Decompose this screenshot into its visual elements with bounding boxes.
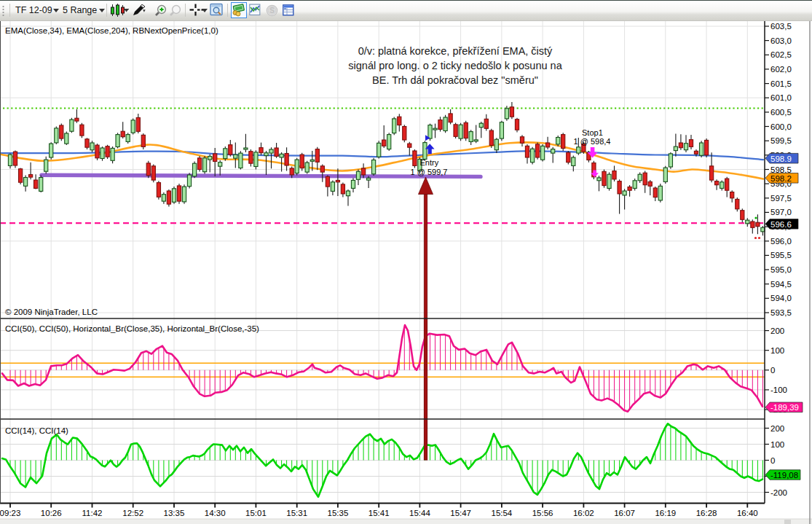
svg-text:© 2009 NinjaTrader, LLC: © 2009 NinjaTrader, LLC xyxy=(5,308,98,316)
svg-text:16:07: 16:07 xyxy=(614,509,635,517)
svg-text:595,5: 595,5 xyxy=(770,251,792,259)
svg-text:09:23: 09:23 xyxy=(0,509,20,517)
svg-text:598,5: 598,5 xyxy=(770,165,792,174)
svg-text:598.9: 598.9 xyxy=(770,155,792,163)
svg-text:14:30: 14:30 xyxy=(205,509,226,517)
svg-text:599,5: 599,5 xyxy=(770,136,792,145)
svg-text:-119,08: -119,08 xyxy=(770,471,798,480)
svg-text:10:26: 10:26 xyxy=(41,509,62,517)
svg-text:BE. Trh dál pokračoval bez "sm: BE. Trh dál pokračoval bez "směru" xyxy=(372,74,538,86)
svg-text:16:02: 16:02 xyxy=(573,509,594,517)
svg-text:603,5: 603,5 xyxy=(770,22,792,31)
svg-text:597,0: 597,0 xyxy=(770,208,792,216)
svg-text:0/v: platná korekce, překřížen: 0/v: platná korekce, překřížení EMA, čis… xyxy=(358,45,553,57)
svg-text:200: 200 xyxy=(770,326,784,335)
svg-text:601,5: 601,5 xyxy=(770,79,792,88)
svg-text:0: 0 xyxy=(770,456,775,465)
svg-text:601,0: 601,0 xyxy=(770,93,792,102)
svg-text:593,5: 593,5 xyxy=(770,308,792,317)
svg-text:603,0: 603,0 xyxy=(770,36,792,45)
svg-text:signál pro long. o 2 ticky ned: signál pro long. o 2 ticky nedošlo k pos… xyxy=(348,60,562,71)
svg-text:15:44: 15:44 xyxy=(409,509,430,517)
svg-text:S: S xyxy=(269,7,275,15)
svg-text:Entry: Entry xyxy=(420,158,439,167)
svg-text:1 @ 599,7: 1 @ 599,7 xyxy=(411,168,448,176)
svg-text:598.2: 598.2 xyxy=(770,174,792,183)
svg-text:16:28: 16:28 xyxy=(696,509,717,517)
svg-text:596,0: 596,0 xyxy=(770,237,792,246)
svg-text:15:47: 15:47 xyxy=(450,509,471,517)
svg-text:15:54: 15:54 xyxy=(491,509,512,517)
svg-text:Stop1: Stop1 xyxy=(582,128,603,137)
svg-text:594,0: 594,0 xyxy=(770,294,792,302)
svg-text:15:01: 15:01 xyxy=(245,509,267,517)
svg-text:15:56: 15:56 xyxy=(532,509,553,517)
svg-text:16:40: 16:40 xyxy=(737,509,758,517)
svg-text:15:35: 15:35 xyxy=(328,509,349,517)
svg-text:595,0: 595,0 xyxy=(770,265,792,274)
svg-text:602,5: 602,5 xyxy=(770,50,792,59)
svg-text:100: 100 xyxy=(770,440,784,449)
svg-text:594,5: 594,5 xyxy=(770,280,792,289)
svg-text:-200: -200 xyxy=(770,488,787,497)
svg-text:EMA(Close,34), EMA(Close,204),: EMA(Close,34), EMA(Close,204), RBNextOpe… xyxy=(5,26,218,35)
svg-text:0: 0 xyxy=(770,366,775,375)
svg-text:596.6: 596.6 xyxy=(770,220,792,229)
svg-text:13:35: 13:35 xyxy=(164,509,185,517)
svg-text:602,0: 602,0 xyxy=(770,65,792,74)
svg-text:-189,39: -189,39 xyxy=(770,403,799,412)
svg-text:15:31: 15:31 xyxy=(286,509,307,517)
svg-text:600,0: 600,0 xyxy=(770,122,792,131)
svg-text:100: 100 xyxy=(770,346,784,355)
svg-text:597,5: 597,5 xyxy=(770,194,792,203)
svg-text:1 @ 598,4: 1 @ 598,4 xyxy=(574,137,611,146)
svg-text:600,5: 600,5 xyxy=(770,108,792,117)
svg-text:CCI(50), CCI(50), Horizontal_B: CCI(50), CCI(50), Horizontal_Br(Close,35… xyxy=(5,324,259,333)
svg-text:200: 200 xyxy=(770,424,784,433)
svg-text:CCI(14), CCI(14): CCI(14), CCI(14) xyxy=(5,426,68,435)
svg-text:15:41: 15:41 xyxy=(368,509,390,517)
svg-text:11:42: 11:42 xyxy=(82,509,103,517)
svg-text:-100: -100 xyxy=(770,386,787,394)
svg-text:12:52: 12:52 xyxy=(122,509,143,517)
svg-text:16:19: 16:19 xyxy=(655,509,676,517)
